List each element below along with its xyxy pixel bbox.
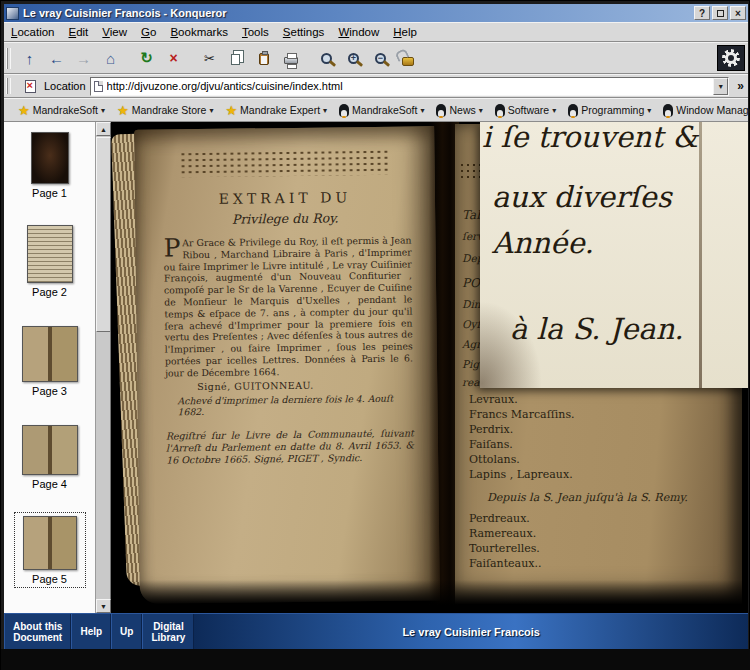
- forward-icon: →: [76, 51, 91, 66]
- page-3-thumb-image: [22, 326, 78, 382]
- menu-tools[interactable]: Tools: [235, 24, 276, 40]
- thumbnail-page-1[interactable]: Page 1: [31, 132, 69, 199]
- thumbnail-sidebar: Page 1 Page 2 Page 3 Page 4 Page 5: [4, 122, 96, 613]
- menu-settings[interactable]: Settings: [276, 24, 332, 40]
- zoom-text-line: i ſe trouvent &: [482, 122, 698, 154]
- main-toolbar: ↑ ← → ⌂ ↻ × ✂ + −: [4, 42, 748, 74]
- up-icon: ↑: [26, 51, 34, 66]
- bookmark-news[interactable]: News ▾: [431, 104, 487, 117]
- page-5-thumb-image: [23, 516, 77, 570]
- menu-go[interactable]: Go: [134, 24, 163, 40]
- scrollbar-thumb[interactable]: [96, 137, 111, 332]
- menubar: Location Edit View Go Bookmarks Tools Se…: [4, 22, 748, 42]
- about-document-button[interactable]: About this Document: [4, 614, 71, 649]
- bookmark-programming[interactable]: Programming ▾: [563, 104, 656, 117]
- location-input[interactable]: [107, 79, 710, 94]
- copy-icon: [231, 54, 240, 65]
- help-button[interactable]: ?: [694, 6, 710, 20]
- bookmark-mandrake-expert[interactable]: ★ Mandrake Expert ▾: [220, 103, 332, 118]
- thumbnail-page-3[interactable]: Page 3: [22, 326, 78, 397]
- location-dropdown-button[interactable]: ▾: [713, 78, 728, 95]
- menu-view[interactable]: View: [95, 24, 134, 40]
- location-overflow-chevron[interactable]: »: [733, 79, 748, 93]
- zoom-button[interactable]: [313, 45, 340, 71]
- menu-window[interactable]: Window: [331, 24, 386, 40]
- home-icon: ⌂: [106, 50, 115, 67]
- bookmark-software[interactable]: Software ▾: [490, 104, 561, 117]
- zoom-out-icon: −: [375, 53, 386, 64]
- bookmark-toolbar: ★ MandrakeSoft ▾ ★ Mandrake Store ▾ ★ Ma…: [4, 98, 748, 122]
- list-item: Faiſans.: [469, 437, 734, 452]
- zoom-in-button[interactable]: +: [340, 45, 367, 71]
- bookmark-mandrake-store[interactable]: ★ Mandrake Store ▾: [112, 103, 218, 118]
- toolbar-handle[interactable]: [6, 48, 11, 69]
- up-nav-button[interactable]: Up: [111, 614, 142, 649]
- menu-bookmarks[interactable]: Bookmarks: [163, 24, 235, 40]
- sidebar-scrollbar[interactable]: ▲ ▼: [96, 122, 111, 613]
- paste-button[interactable]: [250, 45, 277, 71]
- scroll-down-button[interactable]: ▼: [96, 599, 111, 613]
- page-heading: EXTRAIT DU: [135, 188, 435, 208]
- bookmark-label: Programming: [581, 104, 644, 116]
- locationbar-handle[interactable]: [6, 78, 11, 93]
- bookmark-mandrakesoft-1[interactable]: ★ MandrakeSoft ▾: [13, 103, 110, 118]
- thumbnail-page-4[interactable]: Page 4: [22, 425, 78, 490]
- page-2-thumb-image: [27, 225, 73, 283]
- bookmark-mandrakesoft-2[interactable]: MandrakeSoft ▾: [334, 104, 429, 117]
- menu-edit[interactable]: Edit: [62, 24, 96, 40]
- up-button[interactable]: ↑: [16, 45, 43, 71]
- document-title: Le vray Cuisinier Francois: [194, 614, 748, 649]
- security-button[interactable]: [394, 45, 421, 71]
- back-button[interactable]: ←: [43, 45, 70, 71]
- paste-icon: [259, 53, 269, 65]
- zoom-text-line: aux diverſes: [492, 180, 672, 214]
- bookmark-label: MandrakeSoft: [33, 104, 98, 116]
- chevron-down-icon: ▾: [420, 106, 424, 115]
- bookmark-label: News: [449, 104, 475, 116]
- menu-help[interactable]: Help: [386, 24, 424, 40]
- thumbnail-page-5-selected[interactable]: Page 5: [14, 512, 86, 588]
- game-list: Levraux. Francs Marcaſſins. Perdrix. Fai…: [469, 392, 734, 571]
- zoom-out-button[interactable]: −: [367, 45, 394, 71]
- help-nav-button[interactable]: Help: [71, 614, 111, 649]
- penguin-icon: [436, 104, 446, 117]
- close-button[interactable]: ×: [730, 6, 746, 20]
- star-icon: ★: [18, 103, 30, 118]
- registre-paragraph: Regiſtré ſur le Livre de la Communauté, …: [166, 427, 414, 466]
- clear-location-button[interactable]: [20, 76, 40, 96]
- signature-line: Signé, GUITONNEAU.: [197, 378, 413, 392]
- copy-button[interactable]: [223, 45, 250, 71]
- list-item: Ramereaux.: [469, 526, 734, 541]
- open-lock-icon: [402, 57, 414, 66]
- page-label: Page 2: [32, 286, 67, 298]
- titlebar[interactable]: Le vray Cuisinier Francois - Konqueror ?…: [4, 4, 748, 22]
- list-item: Tourterelles.: [469, 541, 734, 556]
- stop-button[interactable]: ×: [160, 45, 187, 71]
- reload-button[interactable]: ↻: [133, 45, 160, 71]
- thumbnail-page-2[interactable]: Page 2: [27, 225, 73, 298]
- zoom-text-line: à la S. Jean.: [510, 312, 684, 346]
- page-label: Page 1: [32, 187, 67, 199]
- djvu-viewer[interactable]: EXTRAIT DU Privilege du Roy. PAr Grace &…: [111, 122, 748, 613]
- location-label: Location: [44, 80, 86, 92]
- home-button[interactable]: ⌂: [97, 45, 124, 71]
- zoom-in-icon: +: [348, 53, 359, 64]
- digital-library-button[interactable]: Digital Library: [142, 614, 194, 649]
- scroll-up-button[interactable]: ▲: [96, 122, 111, 136]
- reload-icon: ↻: [140, 49, 153, 67]
- menu-location[interactable]: Location: [4, 24, 62, 40]
- zoom-inset: i ſe trouvent & aux diverſes Année. à la…: [480, 122, 748, 388]
- cut-button[interactable]: ✂: [196, 45, 223, 71]
- maximize-button[interactable]: [712, 6, 728, 20]
- privilege-paragraph: PAr Grace & Privilege du Roy, il eſt per…: [163, 234, 413, 379]
- zoom-icon: [321, 53, 332, 64]
- page-label: Page 3: [32, 385, 67, 397]
- page-label: Page 4: [32, 478, 67, 490]
- chevron-down-icon: ▾: [323, 106, 327, 115]
- chevron-down-icon: ▾: [647, 106, 651, 115]
- penguin-icon: [663, 104, 673, 117]
- list-item: Perdrix.: [469, 422, 734, 437]
- forward-button[interactable]: →: [70, 45, 97, 71]
- bookmark-window-manager[interactable]: Window Manager ▾: [658, 104, 750, 117]
- print-button[interactable]: [277, 45, 304, 71]
